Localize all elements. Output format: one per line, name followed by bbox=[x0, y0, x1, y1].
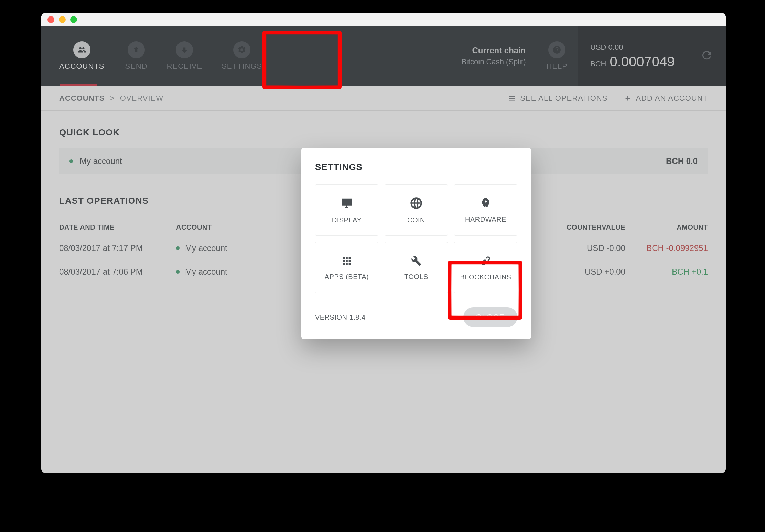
tile-label: BLOCKCHAINS bbox=[460, 273, 511, 281]
balance-bch-value: 0.0007049 bbox=[610, 54, 675, 69]
chain-title: Current chain bbox=[472, 46, 526, 55]
nav-label: SETTINGS bbox=[222, 62, 262, 71]
settings-tile-grid: DISPLAY COIN HARDWARE APPS (BETA) TOOLS bbox=[315, 184, 517, 293]
balance-bch-label: BCH bbox=[590, 59, 606, 68]
arrow-down-icon bbox=[176, 41, 193, 58]
wrench-icon bbox=[410, 255, 422, 267]
account-name: My account bbox=[80, 156, 122, 166]
refresh-button[interactable] bbox=[700, 49, 713, 63]
app-header: ACCOUNTS SEND RECEIVE bbox=[41, 26, 726, 86]
settings-tile-apps[interactable]: APPS (BETA) bbox=[315, 242, 378, 293]
status-dot-icon bbox=[69, 159, 73, 163]
tile-label: HARDWARE bbox=[465, 215, 506, 223]
account-balance: BCH 0.0 bbox=[666, 156, 698, 166]
cell-date: 08/03/2017 at 7:06 PM bbox=[59, 267, 176, 277]
main-nav: ACCOUNTS SEND RECEIVE bbox=[41, 26, 272, 86]
gear-icon bbox=[233, 41, 250, 58]
chain-name: Bitcoin Cash (Split) bbox=[461, 57, 526, 66]
sub-toolbar: ACCOUNTS > OVERVIEW SEE ALL OPERATIONS A… bbox=[41, 86, 726, 111]
nav-receive[interactable]: RECEIVE bbox=[157, 26, 212, 86]
settings-modal: SETTINGS DISPLAY COIN HARDWARE APPS (BET… bbox=[301, 148, 531, 339]
nav-accounts[interactable]: ACCOUNTS bbox=[41, 26, 115, 86]
rocket-icon bbox=[480, 197, 492, 209]
nav-label: RECEIVE bbox=[167, 62, 203, 71]
quick-look-heading: QUICK LOOK bbox=[59, 127, 708, 138]
status-dot-icon bbox=[176, 246, 180, 250]
tile-label: TOOLS bbox=[404, 273, 428, 281]
question-icon bbox=[548, 41, 565, 58]
cell-countervalue: USD -0.00 bbox=[543, 243, 625, 253]
settings-tile-hardware[interactable]: HARDWARE bbox=[454, 184, 517, 236]
balance-usd: USD 0.00 bbox=[590, 43, 675, 52]
settings-tile-blockchains[interactable]: BLOCKCHAINS bbox=[454, 242, 517, 293]
close-button[interactable]: CLOSE bbox=[463, 307, 517, 327]
cell-account: My account bbox=[176, 243, 300, 253]
nav-settings[interactable]: SETTINGS bbox=[212, 26, 272, 86]
see-all-label: SEE ALL OPERATIONS bbox=[520, 94, 607, 103]
monitor-icon bbox=[340, 196, 354, 210]
settings-tile-tools[interactable]: TOOLS bbox=[385, 242, 448, 293]
arrow-up-icon bbox=[128, 41, 145, 58]
breadcrumb-leaf: OVERVIEW bbox=[120, 94, 163, 102]
cell-countervalue: USD +0.00 bbox=[543, 267, 625, 277]
nav-help[interactable]: HELP bbox=[536, 26, 578, 86]
see-all-operations-button[interactable]: SEE ALL OPERATIONS bbox=[508, 94, 607, 103]
window-close-button[interactable] bbox=[47, 16, 54, 23]
window-minimize-button[interactable] bbox=[59, 16, 66, 23]
breadcrumb: ACCOUNTS > OVERVIEW bbox=[59, 94, 163, 103]
users-icon bbox=[73, 41, 90, 58]
settings-tile-coin[interactable]: COIN bbox=[385, 184, 448, 236]
cell-amount: BCH +0.1 bbox=[625, 267, 708, 277]
settings-tile-display[interactable]: DISPLAY bbox=[315, 184, 378, 236]
nav-label: HELP bbox=[547, 62, 568, 71]
tile-label: APPS (BETA) bbox=[325, 273, 369, 281]
globe-icon bbox=[409, 196, 423, 210]
current-chain: Current chain Bitcoin Cash (Split) bbox=[461, 26, 536, 86]
cell-date: 08/03/2017 at 7:17 PM bbox=[59, 243, 176, 253]
refresh-icon bbox=[700, 49, 713, 62]
nav-label: ACCOUNTS bbox=[59, 62, 104, 71]
modal-title: SETTINGS bbox=[315, 162, 517, 173]
status-dot-icon bbox=[176, 270, 180, 274]
add-account-label: ADD AN ACCOUNT bbox=[636, 94, 708, 103]
nav-send[interactable]: SEND bbox=[115, 26, 157, 86]
nav-label: SEND bbox=[125, 62, 147, 71]
tile-label: DISPLAY bbox=[332, 216, 362, 224]
add-account-button[interactable]: ADD AN ACCOUNT bbox=[624, 94, 708, 103]
list-icon bbox=[508, 95, 516, 102]
app-window: ACCOUNTS SEND RECEIVE bbox=[41, 13, 726, 473]
version-label: VERSION 1.8.4 bbox=[315, 313, 366, 321]
breadcrumb-root[interactable]: ACCOUNTS bbox=[59, 94, 105, 102]
window-zoom-button[interactable] bbox=[70, 16, 77, 23]
col-amount: AMOUNT bbox=[625, 223, 708, 231]
chain-icon bbox=[480, 255, 492, 267]
balance-panel: USD 0.00 BCH 0.0007049 bbox=[578, 26, 726, 86]
col-account: ACCOUNT bbox=[176, 223, 300, 231]
col-countervalue: COUNTERVALUE bbox=[543, 223, 625, 231]
breadcrumb-sep: > bbox=[107, 94, 118, 102]
grid-icon bbox=[341, 255, 353, 267]
cell-account: My account bbox=[176, 267, 300, 277]
tile-label: COIN bbox=[407, 216, 425, 224]
col-date: DATE AND TIME bbox=[59, 223, 176, 231]
cell-amount: BCH -0.0992951 bbox=[625, 243, 708, 253]
plus-icon bbox=[624, 95, 632, 102]
window-titlebar bbox=[41, 13, 726, 26]
